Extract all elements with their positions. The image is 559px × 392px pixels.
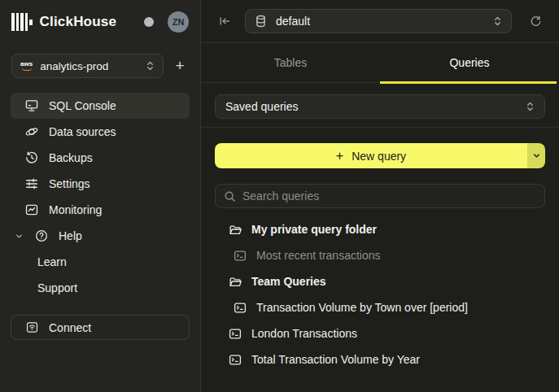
sql-console-icon (24, 98, 39, 113)
user-avatar[interactable]: ZN (168, 11, 189, 33)
folder-open-icon (229, 275, 242, 288)
chevron-down-icon[interactable] (14, 231, 24, 242)
sidebar-nav: SQL Console Data sources Backups Setting… (0, 93, 200, 301)
aws-icon: aws (20, 61, 33, 71)
search-queries-field (215, 184, 545, 208)
query-row[interactable]: Most recent transactions (201, 242, 559, 268)
query-row[interactable]: London Transactions (201, 320, 559, 346)
app-title: ClickHouse (40, 14, 117, 30)
settings-icon (24, 176, 39, 191)
saved-queries-selector[interactable]: Saved queries (215, 94, 545, 119)
chevron-updown-icon (526, 101, 535, 112)
sidebar-item-label: Data sources (49, 125, 116, 138)
query-folder-label: Team Queries (251, 275, 326, 288)
help-icon (34, 229, 49, 243)
query-row[interactable]: Transaction Volume by Town over [period] (201, 294, 559, 320)
new-query-section: + New query (201, 128, 559, 168)
saved-query-icon (234, 249, 247, 262)
database-panel: default Tables Queries Saved queries + N… (201, 0, 559, 392)
sidebar-item-learn[interactable]: Learn (11, 249, 190, 275)
chevron-updown-icon (146, 60, 155, 72)
chevron-down-icon (532, 151, 541, 160)
sidebar-item-data-sources[interactable]: Data sources (11, 119, 190, 145)
query-list: My private query folder Most recent tran… (201, 216, 559, 372)
query-row-label: Transaction Volume by Town over [period] (256, 301, 468, 314)
sidebar-item-monitoring[interactable]: Monitoring (11, 197, 190, 223)
query-row[interactable]: Total Transaction Volume by Year (201, 346, 559, 372)
sidebar-item-label: SQL Console (49, 99, 116, 112)
sidebar-header: ClickHouse ZN (0, 0, 200, 44)
panel-tabs: Tables Queries (201, 43, 559, 83)
sidebar-item-label: Monitoring (49, 203, 102, 216)
search-icon (224, 190, 236, 203)
sidebar-item-help[interactable]: Help (11, 223, 190, 249)
new-query-button-label: New query (352, 150, 406, 163)
plus-icon: + (336, 149, 343, 163)
add-service-button[interactable]: + (171, 57, 189, 75)
connect-icon (25, 320, 39, 334)
service-selector[interactable]: aws analytics-prod (11, 54, 164, 78)
collapse-panel-button[interactable] (214, 11, 235, 32)
query-folder-row[interactable]: Team Queries (201, 268, 559, 294)
sidebar-item-support[interactable]: Support (11, 275, 190, 301)
panel-topbar: default (201, 0, 559, 43)
search-queries-input[interactable] (242, 189, 536, 203)
tab-tables[interactable]: Tables (201, 43, 380, 82)
query-folder-row[interactable]: My private query folder (201, 216, 559, 242)
database-selector-value: default (276, 15, 493, 28)
clickhouse-logo-icon (11, 13, 33, 31)
query-row-label: Most recent transactions (256, 249, 381, 262)
sidebar-item-label: Settings (49, 177, 90, 190)
sidebar: ClickHouse ZN aws analytics-prod + SQL (0, 0, 201, 392)
folder-open-icon (229, 223, 242, 236)
service-selector-value: analytics-prod (40, 60, 146, 72)
service-selector-row: aws analytics-prod + (11, 54, 189, 78)
saved-queries-section: Saved queries (201, 83, 559, 128)
query-row-label: London Transactions (251, 327, 357, 340)
new-query-dropdown-button[interactable] (527, 143, 545, 168)
sidebar-item-label: Backups (49, 151, 93, 164)
monitoring-icon (24, 203, 39, 217)
saved-query-icon (234, 301, 247, 314)
refresh-button[interactable] (525, 11, 546, 32)
chevron-updown-icon (493, 15, 502, 27)
query-folder-label: My private query folder (251, 223, 377, 236)
sidebar-item-label: Help (59, 229, 82, 242)
status-dot-icon (144, 17, 154, 27)
backups-icon (24, 150, 39, 165)
connect-button[interactable]: Connect (11, 315, 190, 340)
new-query-split-button: + New query (215, 143, 545, 168)
data-sources-icon (24, 124, 39, 139)
app-window: ClickHouse ZN aws analytics-prod + SQL (0, 0, 559, 392)
sidebar-item-sql-console[interactable]: SQL Console (11, 93, 190, 119)
query-row-label: Total Transaction Volume by Year (251, 353, 420, 366)
sidebar-item-settings[interactable]: Settings (11, 171, 190, 197)
saved-queries-selector-value: Saved queries (225, 100, 526, 113)
saved-query-icon (229, 353, 242, 366)
connect-button-label: Connect (49, 321, 91, 334)
database-selector[interactable]: default (245, 9, 512, 33)
tab-queries[interactable]: Queries (380, 43, 559, 82)
new-query-button[interactable]: + New query (215, 143, 527, 168)
database-icon (255, 15, 267, 28)
sidebar-item-backups[interactable]: Backups (11, 145, 190, 171)
saved-query-icon (229, 327, 242, 340)
